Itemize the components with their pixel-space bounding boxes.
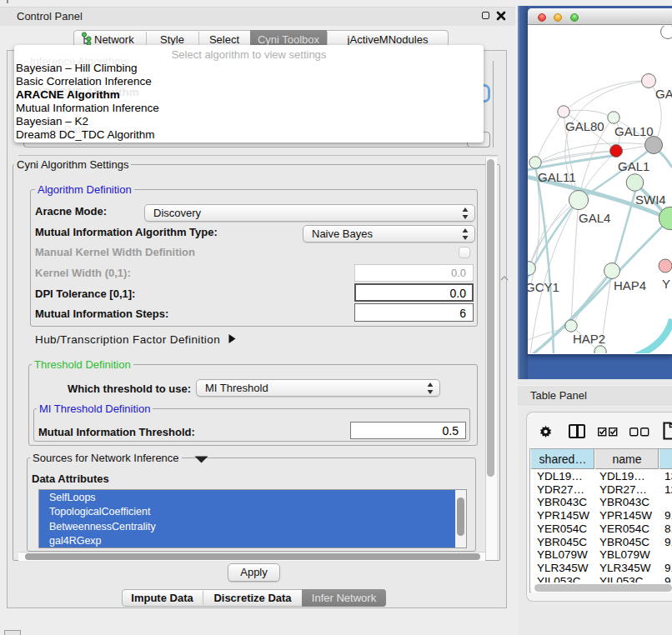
svg-text:GAL80: GAL80 — [565, 119, 604, 133]
svg-text:GCY1: GCY1 — [528, 280, 559, 294]
svg-text:HAP4: HAP4 — [614, 278, 646, 292]
svg-text:GAL10: GAL10 — [614, 124, 654, 138]
svg-text:SWI4: SWI4 — [635, 192, 666, 207]
svg-text:GAL1: GAL1 — [618, 159, 649, 173]
svg-text:HAP2: HAP2 — [573, 332, 605, 346]
svg-text:Y: Y — [662, 277, 670, 291]
svg-text:GAL: GAL — [655, 87, 672, 101]
svg-text:GAL11: GAL11 — [538, 170, 576, 184]
svg-text:GAL4: GAL4 — [579, 211, 610, 225]
